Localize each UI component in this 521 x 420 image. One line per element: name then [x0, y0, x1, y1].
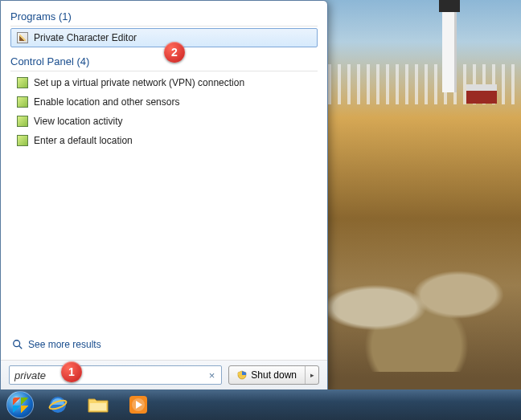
- control-panel-icon: [16, 134, 29, 147]
- shutdown-label: Shut down: [251, 369, 297, 381]
- taskbar-media-player[interactable]: [119, 392, 158, 418]
- svg-line-1: [19, 346, 23, 349]
- wallpaper-lighthouse: [442, 12, 457, 92]
- result-label: Enter a default location: [34, 135, 133, 146]
- result-label: Set up a virtual private network (VPN) c…: [34, 77, 244, 88]
- shutdown-menu-arrow[interactable]: ▸: [306, 366, 318, 384]
- windows-logo-icon: [6, 391, 34, 418]
- control-panel-icon: [16, 96, 29, 108]
- control-panel-icon: [16, 115, 29, 128]
- result-view-location-activity[interactable]: View location activity: [10, 112, 318, 131]
- shutdown-button[interactable]: Shut down: [229, 366, 306, 384]
- result-vpn-setup[interactable]: Set up a virtual private network (VPN) c…: [10, 73, 318, 92]
- search-input[interactable]: [14, 369, 206, 381]
- result-label: Private Character Editor: [34, 32, 137, 43]
- annotation-badge-1: 1: [61, 361, 82, 382]
- pencil-editor-icon: [16, 31, 29, 44]
- taskbar-internet-explorer[interactable]: [39, 392, 77, 418]
- media-player-icon: [128, 394, 149, 415]
- result-enter-default-location[interactable]: Enter a default location: [10, 131, 318, 150]
- control-panel-icon: [16, 76, 29, 89]
- start-button[interactable]: [3, 389, 37, 420]
- taskbar-file-explorer[interactable]: [79, 392, 117, 418]
- result-label: View location activity: [34, 116, 123, 127]
- wallpaper-rocks: [312, 243, 521, 372]
- search-box[interactable]: ×: [9, 365, 222, 385]
- start-menu: Programs (1) Private Character Editor Co…: [0, 0, 328, 393]
- search-icon: [12, 339, 23, 350]
- internet-explorer-icon: [47, 394, 68, 415]
- section-header-programs[interactable]: Programs (1): [10, 7, 318, 27]
- annotation-badge-2: 2: [164, 42, 185, 63]
- start-menu-bottom: × Shut down ▸: [1, 360, 327, 393]
- see-more-label: See more results: [28, 339, 101, 350]
- svg-point-0: [14, 340, 20, 347]
- wallpaper-house: [466, 84, 497, 104]
- result-private-character-editor[interactable]: Private Character Editor: [10, 28, 318, 47]
- shutdown-split-button: Shut down ▸: [228, 365, 319, 385]
- taskbar: [0, 389, 521, 420]
- result-enable-location[interactable]: Enable location and other sensors: [10, 92, 318, 112]
- result-label: Enable location and other sensors: [34, 96, 179, 108]
- folder-icon: [87, 396, 109, 414]
- svg-rect-4: [90, 403, 106, 410]
- menu-spacer: [10, 150, 318, 334]
- uac-shield-icon: [237, 370, 247, 380]
- clear-search-icon[interactable]: ×: [206, 369, 219, 381]
- see-more-results[interactable]: See more results: [10, 334, 318, 357]
